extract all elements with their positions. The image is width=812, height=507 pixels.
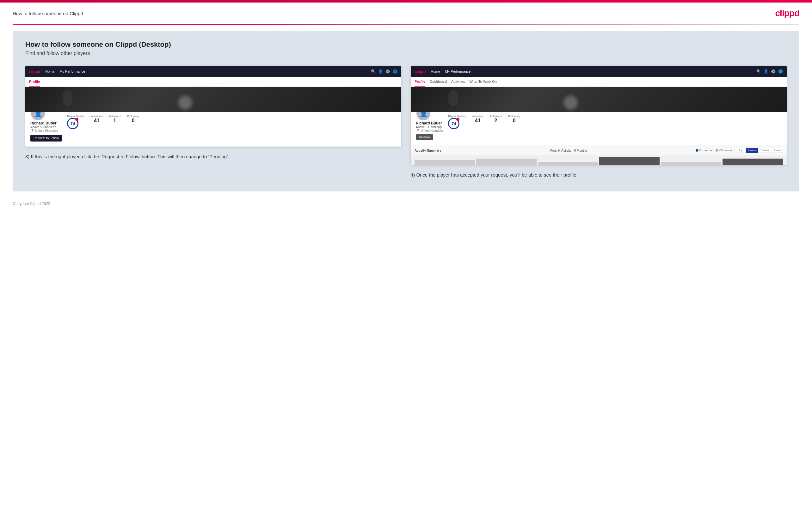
app-nav-1: clippd Home My Performance 🔍 👤 ⚙️ 🌐 [25, 66, 401, 77]
profile-banner-2 [411, 87, 787, 112]
activities-label-1: Activities [91, 115, 102, 118]
header-divider [13, 24, 799, 24]
main-heading: How to follow someone on Clippd (Desktop… [25, 41, 787, 49]
time-btn-3mths[interactable]: 3 mths [759, 148, 771, 153]
quality-circle-2: 74 [448, 118, 459, 129]
app-sub-nav-1: Profile [25, 77, 401, 87]
unfollow-button[interactable]: Unfollow [416, 134, 433, 140]
stat-quality-1: Player Quality 74 [67, 115, 85, 129]
app-nav-myperformance-2[interactable]: My Performance [445, 69, 471, 73]
profile-banner-1 [25, 87, 401, 112]
app-nav-myperformance-1[interactable]: My Performance [60, 69, 85, 73]
followers-label-1: Followers [109, 115, 121, 118]
search-icon-1[interactable]: 🔍 [371, 69, 376, 73]
activities-value-2: 41 [472, 118, 484, 123]
app-nav-logo-1: clippd [29, 69, 40, 74]
main-content: How to follow someone on Clippd (Desktop… [13, 31, 799, 191]
screenshot-2-block: clippd Home My Performance 🔍 👤 ⚙️ 🌐 Prof… [411, 66, 787, 179]
activity-summary-bar: Activity Summary Monthly Activity - 6 Mo… [411, 145, 787, 155]
time-btn-1mth[interactable]: 1 mth [772, 148, 783, 153]
subnav-dashboard-2[interactable]: Dashboard [430, 77, 447, 87]
step-3-text: 3) If this is the right player, click th… [25, 153, 401, 161]
screenshot-1-block: clippd Home My Performance 🔍 👤 ⚙️ 🌐 Prof… [25, 66, 401, 161]
stats-row-2: Player Quality 74 Activities 41 Follower… [448, 112, 520, 129]
following-value-1: 0 [127, 118, 139, 123]
off-course-label: Off course [719, 149, 732, 152]
subnav-activities-2[interactable]: Activities [451, 77, 465, 87]
following-value-2: 0 [508, 118, 520, 123]
activity-period: Monthly Activity - 6 Months [550, 149, 587, 152]
stat-followers-2: Followers 2 [490, 115, 502, 129]
profile-name-1: Richard Butler [30, 121, 57, 125]
stat-following-1: Following 0 [127, 115, 139, 129]
person-icon-1[interactable]: 👤 [378, 69, 383, 73]
globe-icon-1[interactable]: 🌐 [393, 69, 398, 73]
chart-bar-4 [599, 157, 660, 165]
nav-icons-1: 🔍 👤 ⚙️ 🌐 [371, 69, 398, 73]
followers-label-2: Followers [490, 115, 502, 118]
activity-filters: On course Off course 1 yr 6 mths 3 mths … [696, 148, 783, 153]
footer: Copyright Clippd 2022 [0, 198, 812, 210]
profile-location-1: 📍 United Kingdom [30, 129, 58, 132]
profile-info-1: 👤 Richard Butler Above 5 Handicap 📍 Unit… [25, 112, 401, 147]
subnav-whattoworkon-2[interactable]: What To Work On [469, 77, 497, 87]
profile-handicap-1: Above 5 Handicap [30, 125, 56, 129]
nav-icons-2: 🔍 👤 ⚙️ 🌐 [756, 69, 783, 73]
subnav-profile-1[interactable]: Profile [29, 77, 40, 87]
stat-followers-1: Followers 1 [109, 115, 121, 129]
chart-bar-6 [722, 159, 783, 165]
request-to-follow-button[interactable]: Request to Follow [30, 135, 62, 142]
quality-label-1: Player Quality [67, 115, 85, 118]
time-btn-1yr[interactable]: 1 yr [737, 148, 745, 153]
chart-bar-5 [661, 162, 721, 165]
followers-value-2: 2 [490, 118, 502, 123]
profile-handicap-2: Above 5 Handicap [416, 125, 442, 129]
globe-icon-2[interactable]: 🌐 [778, 69, 783, 73]
settings-icon-2[interactable]: ⚙️ [771, 69, 776, 73]
screenshots-row: clippd Home My Performance 🔍 👤 ⚙️ 🌐 Prof… [25, 66, 787, 179]
profile-name-2: Richard Butler [416, 121, 442, 125]
app-nav-home-2[interactable]: Home [431, 69, 440, 73]
quality-label-2: Player Quality [448, 115, 466, 118]
stat-following-2: Following 0 [508, 115, 520, 129]
header: How to follow someone on Clippd clippd [0, 3, 812, 24]
following-label-1: Following [127, 115, 139, 118]
chart-bar-2 [476, 159, 537, 165]
time-btn-6mths[interactable]: 6 mths [746, 148, 758, 153]
app-nav-logo-2: clippd [414, 69, 425, 74]
logo: clippd [775, 8, 799, 18]
main-subheading: Find and follow other players [25, 51, 787, 56]
quality-circle-1: 74 [67, 118, 79, 129]
page-title: How to follow someone on Clippd [13, 11, 83, 16]
profile-location-2: 📍 United Kingdom [416, 129, 443, 132]
screenshot-1-frame: clippd Home My Performance 🔍 👤 ⚙️ 🌐 Prof… [25, 66, 401, 147]
on-course-dot [696, 149, 698, 152]
location-pin-icon-1: 📍 [30, 129, 34, 132]
top-bar [0, 0, 812, 3]
app-nav-home-1[interactable]: Home [45, 69, 54, 73]
location-pin-icon-2: 📍 [416, 129, 420, 132]
app-nav-2: clippd Home My Performance 🔍 👤 ⚙️ 🌐 [411, 66, 787, 77]
chart-placeholder [411, 155, 787, 165]
chart-bar-1 [414, 160, 475, 165]
settings-icon-1[interactable]: ⚙️ [386, 69, 390, 73]
stat-activities-2: Activities 41 [472, 115, 484, 129]
chart-bar-3 [538, 162, 598, 165]
copyright-text: Copyright Clippd 2022 [13, 202, 50, 206]
step-4-text: 4) Once the player has accepted your req… [411, 171, 787, 179]
following-label-2: Following [508, 115, 520, 118]
stat-quality-2: Player Quality 74 [448, 115, 466, 129]
person-icon-2[interactable]: 👤 [764, 69, 768, 73]
screenshot-2-frame: clippd Home My Performance 🔍 👤 ⚙️ 🌐 Prof… [411, 66, 787, 165]
activities-value-1: 41 [91, 118, 102, 123]
subnav-profile-2[interactable]: Profile [414, 77, 425, 87]
search-icon-2[interactable]: 🔍 [756, 69, 761, 73]
stat-activities-1: Activities 41 [91, 115, 102, 129]
profile-info-2: 👤 Richard Butler Above 5 Handicap 📍 Unit… [411, 112, 787, 145]
followers-value-1: 1 [109, 118, 121, 123]
activities-label-2: Activities [472, 115, 484, 118]
off-course-dot [716, 149, 718, 152]
on-course-label: On course [700, 149, 713, 152]
stats-row-1: Player Quality 74 Activities 41 Follower… [67, 112, 139, 129]
activity-summary-label: Activity Summary [414, 149, 441, 152]
